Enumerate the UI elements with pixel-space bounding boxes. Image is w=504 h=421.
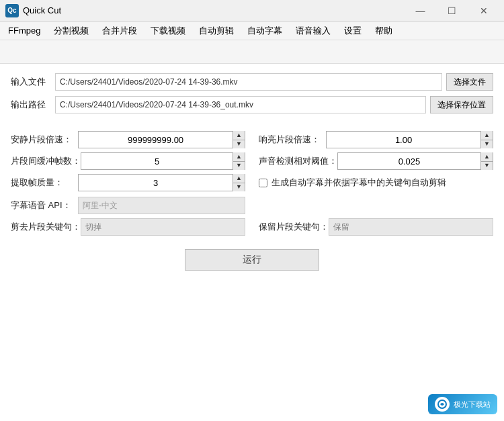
loud-speed-up[interactable]: ▲ bbox=[481, 131, 493, 140]
api-input bbox=[78, 197, 245, 214]
menu-merge-segments[interactable]: 合并片段 bbox=[95, 21, 144, 40]
watermark-icon bbox=[435, 397, 450, 412]
buffer-frames-row: 片段间缓冲帧数： ▲ ▼ bbox=[11, 152, 245, 170]
silent-speed-up[interactable]: ▲ bbox=[233, 131, 245, 140]
silent-speed-label: 安静片段倍速： bbox=[11, 134, 78, 146]
loud-speed-input-wrapper: ▲ ▼ bbox=[326, 131, 493, 148]
buffer-frames-input-wrapper: ▲ ▼ bbox=[81, 152, 245, 170]
audio-threshold-label: 声音检测相对阈值： bbox=[259, 155, 337, 167]
app-title: Quick Cut bbox=[23, 5, 405, 15]
input-file-field[interactable] bbox=[55, 73, 442, 91]
frame-quality-spinner: ▲ ▼ bbox=[233, 174, 245, 191]
frame-quality-label: 提取帧质量： bbox=[11, 177, 78, 189]
menu-download-video[interactable]: 下载视频 bbox=[144, 21, 192, 40]
keep-keyword-label: 保留片段关键句： bbox=[259, 221, 329, 233]
menu-help[interactable]: 帮助 bbox=[368, 21, 399, 40]
loud-speed-spinner: ▲ ▼ bbox=[480, 131, 493, 148]
menu-ffmpeg[interactable]: FFmpeg bbox=[1, 21, 47, 40]
window-controls: — ☐ ✕ bbox=[405, 1, 499, 21]
choose-file-button[interactable]: 选择文件 bbox=[446, 73, 493, 91]
frame-quality-row: 提取帧质量： ▲ ▼ bbox=[11, 174, 245, 191]
auto-subtitle-checkbox[interactable] bbox=[259, 179, 267, 187]
silent-speed-row: 安静片段倍速： ▲ ▼ bbox=[11, 131, 245, 148]
buffer-frames-down[interactable]: ▼ bbox=[233, 162, 245, 171]
silent-speed-spinner: ▲ ▼ bbox=[233, 131, 245, 148]
silent-speed-down[interactable]: ▼ bbox=[233, 140, 245, 149]
watermark-text: 极光下载站 bbox=[454, 400, 491, 410]
keep-keyword-input bbox=[329, 218, 493, 236]
minimize-button[interactable]: — bbox=[405, 1, 435, 21]
run-section: 运行 bbox=[11, 249, 493, 271]
menu-split-video[interactable]: 分割视频 bbox=[47, 21, 95, 40]
cut-keyword-row: 剪去片段关键句： bbox=[11, 218, 245, 236]
loud-speed-input[interactable] bbox=[327, 135, 480, 145]
silent-speed-input-wrapper: ▲ ▼ bbox=[78, 131, 245, 148]
output-path-field[interactable] bbox=[55, 96, 426, 113]
loud-speed-down[interactable]: ▼ bbox=[481, 140, 493, 149]
frame-quality-input-wrapper: ▲ ▼ bbox=[78, 174, 245, 191]
choose-output-button[interactable]: 选择保存位置 bbox=[430, 96, 493, 113]
audio-threshold-up[interactable]: ▲ bbox=[481, 152, 493, 162]
buffer-frames-up[interactable]: ▲ bbox=[233, 152, 245, 162]
audio-threshold-input-wrapper: ▲ ▼ bbox=[337, 152, 493, 170]
api-field-row: 字幕语音 API： bbox=[11, 197, 245, 214]
buffer-frames-input[interactable] bbox=[81, 156, 233, 167]
menu-auto-subtitle[interactable]: 自动字幕 bbox=[241, 21, 289, 40]
maximize-button[interactable]: ☐ bbox=[437, 1, 467, 21]
audio-threshold-input[interactable] bbox=[338, 156, 480, 167]
menu-settings[interactable]: 设置 bbox=[337, 21, 368, 40]
api-right-empty bbox=[259, 197, 493, 214]
audio-threshold-down[interactable]: ▼ bbox=[481, 162, 493, 171]
output-path-label: 输出路径 bbox=[11, 99, 51, 111]
run-button[interactable]: 运行 bbox=[185, 249, 319, 271]
close-button[interactable]: ✕ bbox=[468, 1, 499, 21]
menu-auto-cut[interactable]: 自动剪辑 bbox=[192, 21, 241, 40]
input-file-label: 输入文件 bbox=[11, 76, 51, 88]
input-file-row: 输入文件 选择文件 bbox=[11, 73, 493, 91]
titlebar: Qc Quick Cut — ☐ ✕ bbox=[0, 0, 504, 21]
main-content: 输入文件 选择文件 输出路径 选择保存位置 安静片段倍速： ▲ ▼ 响亮片段倍速… bbox=[0, 64, 504, 421]
app-icon: Qc bbox=[5, 4, 19, 17]
frame-quality-down[interactable]: ▼ bbox=[233, 183, 245, 192]
menu-voice-input[interactable]: 语音输入 bbox=[289, 21, 337, 40]
param-grid: 安静片段倍速： ▲ ▼ 响亮片段倍速： ▲ ▼ 片段间缓冲帧数： bbox=[11, 131, 493, 191]
audio-threshold-spinner: ▲ ▼ bbox=[480, 152, 493, 170]
cut-keyword-label: 剪去片段关键句： bbox=[11, 221, 81, 233]
api-keyword-area: 字幕语音 API： 剪去片段关键句： 保留片段关键句： bbox=[11, 197, 493, 236]
audio-threshold-row: 声音检测相对阈值： ▲ ▼ bbox=[259, 152, 493, 170]
watermark: 极光下载站 bbox=[428, 394, 497, 414]
keep-keyword-row: 保留片段关键句： bbox=[259, 218, 493, 236]
loud-speed-row: 响亮片段倍速： ▲ ▼ bbox=[259, 131, 493, 148]
toolbar-area bbox=[0, 40, 504, 64]
cut-keyword-input bbox=[81, 218, 245, 236]
output-path-row: 输出路径 选择保存位置 bbox=[11, 96, 493, 113]
loud-speed-label: 响亮片段倍速： bbox=[259, 134, 326, 146]
menubar: FFmpeg 分割视频 合并片段 下载视频 自动剪辑 自动字幕 语音输入 设置 … bbox=[0, 21, 504, 40]
frame-quality-up[interactable]: ▲ bbox=[233, 174, 245, 183]
silent-speed-input[interactable] bbox=[79, 135, 233, 145]
api-label: 字幕语音 API： bbox=[11, 199, 78, 212]
buffer-frames-spinner: ▲ ▼ bbox=[233, 152, 245, 170]
frame-quality-input[interactable] bbox=[79, 178, 233, 188]
auto-subtitle-row: 生成自动字幕并依据字幕中的关键句自动剪辑 bbox=[259, 174, 493, 191]
auto-subtitle-label: 生成自动字幕并依据字幕中的关键句自动剪辑 bbox=[271, 177, 446, 189]
buffer-frames-label: 片段间缓冲帧数： bbox=[11, 155, 81, 167]
